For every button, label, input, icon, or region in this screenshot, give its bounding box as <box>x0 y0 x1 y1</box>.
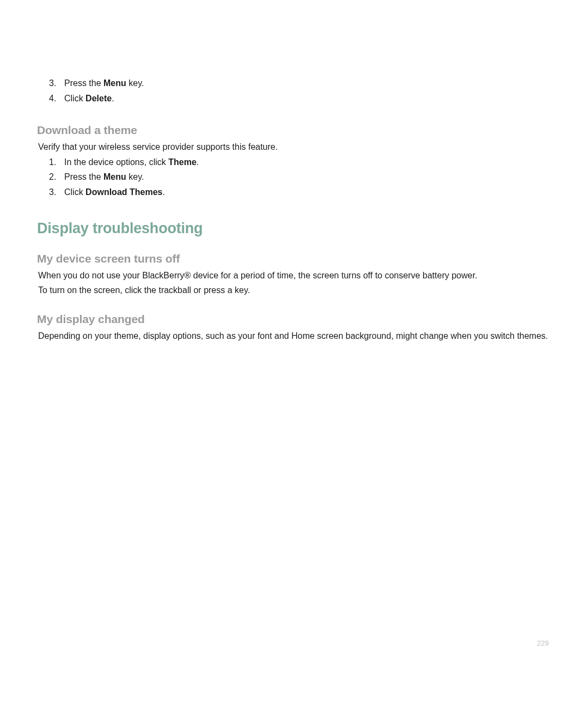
heading-display-troubleshooting: Display troubleshooting <box>37 220 551 237</box>
list-text-post: . <box>162 187 164 197</box>
list-text-bold: Theme <box>168 157 197 167</box>
list-text-post: key. <box>126 78 144 88</box>
display-changed-para1: Depending on your theme, display options… <box>37 329 551 343</box>
list-text-pre: Press the <box>64 78 103 88</box>
list-text-pre: Press the <box>64 172 103 181</box>
list-number: 3. <box>49 185 56 199</box>
list-number: 4. <box>49 92 56 106</box>
list-text-pre: Click <box>64 94 85 103</box>
list-text-bold: Menu <box>103 172 126 181</box>
list-text-bold: Delete <box>85 94 112 103</box>
list-number: 3. <box>49 76 56 90</box>
list-text-post: . <box>112 94 114 103</box>
list-number: 1. <box>49 155 56 169</box>
screen-off-para2: To turn on the screen, click the trackba… <box>37 283 551 297</box>
page-number: 229 <box>537 639 549 647</box>
download-theme-list: 1. In the device options, click Theme. 2… <box>37 155 551 199</box>
list-text-pre: In the device options, click <box>64 157 168 167</box>
heading-screen-turns-off: My device screen turns off <box>37 252 551 265</box>
list-item: 3. Click Download Themes. <box>64 185 551 199</box>
heading-download-theme: Download a theme <box>37 124 551 137</box>
list-text-post: key. <box>126 172 144 181</box>
list-number: 2. <box>49 170 56 184</box>
list-text-pre: Click <box>64 187 85 197</box>
document-page: 3. Press the Menu key. 4. Click Delete. … <box>0 0 588 343</box>
list-text-bold: Menu <box>103 78 126 88</box>
list-item: 1. In the device options, click Theme. <box>64 155 551 169</box>
list-item: 2. Press the Menu key. <box>64 170 551 184</box>
screen-off-para1: When you do not use your BlackBerry® dev… <box>37 269 551 283</box>
top-steps-list: 3. Press the Menu key. 4. Click Delete. <box>37 76 551 105</box>
download-theme-intro: Verify that your wireless service provid… <box>37 140 551 154</box>
list-item: 3. Press the Menu key. <box>64 76 551 90</box>
list-item: 4. Click Delete. <box>64 92 551 106</box>
heading-display-changed: My display changed <box>37 313 551 326</box>
list-text-bold: Download Themes <box>85 187 162 197</box>
list-text-post: . <box>197 157 199 167</box>
